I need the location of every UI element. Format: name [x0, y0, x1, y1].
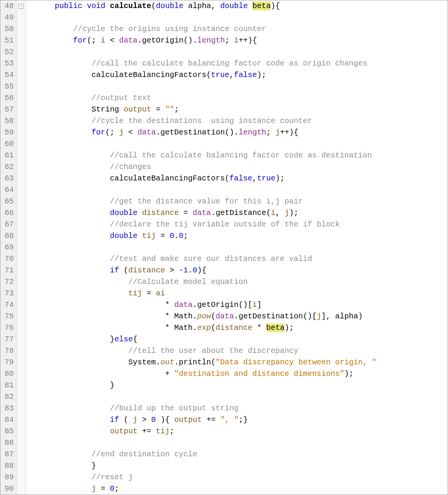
code-token: = [151, 105, 165, 114]
fold-cell [16, 242, 25, 253]
code-token [137, 231, 142, 240]
code-token: > [137, 415, 151, 424]
line-number-gutter: 4849505152535455565758596061626364656667… [0, 0, 16, 495]
code-line[interactable]: tij = ai [27, 288, 448, 299]
code-line[interactable]: //test and make sure our distances are v… [27, 253, 448, 265]
code-token [27, 116, 92, 125]
code-token: ); [257, 70, 266, 79]
code-token [27, 208, 110, 217]
code-line[interactable]: * data.getOrigin()[i] [27, 299, 448, 311]
line-number: 77 [2, 334, 14, 345]
code-line[interactable]: output += tij; [27, 426, 448, 437]
code-token: * Math. [27, 323, 197, 332]
code-line[interactable]: + "destination and distance dimensions")… [27, 368, 448, 380]
code-line[interactable]: //call the calculate balancing factor co… [27, 58, 448, 69]
code-line[interactable]: //end destination cycle [27, 449, 448, 460]
code-line[interactable]: for(; i < data.getOrigin().length; i++){ [27, 35, 448, 46]
code-line[interactable]: //call the calculate balancing factor co… [27, 150, 448, 161]
code-line[interactable]: //cycle the destinations using instance … [27, 115, 448, 127]
fold-cell [16, 92, 25, 104]
fold-cell [16, 380, 25, 391]
code-token: = [179, 208, 193, 217]
code-token: calculate [110, 2, 151, 10]
code-editor[interactable]: 4849505152535455565758596061626364656667… [0, 0, 448, 495]
code-line[interactable]: * Math.pow(data.getDestination()[j], alp… [27, 311, 448, 322]
code-line[interactable]: calculateBalancingFactors(false,true); [27, 173, 448, 184]
code-line[interactable]: * Math.exp(distance * beta); [27, 322, 448, 334]
code-token: data [216, 312, 234, 321]
code-token: ); [275, 174, 284, 183]
code-line[interactable] [27, 46, 448, 58]
code-line[interactable]: } [27, 460, 448, 472]
code-token: ; [266, 128, 275, 137]
code-token: //end destination cycle [92, 450, 197, 459]
code-line[interactable]: calculateBalancingFactors(true,false); [27, 69, 448, 81]
code-line[interactable] [27, 242, 448, 253]
fold-cell [16, 138, 25, 150]
code-token: < [124, 128, 137, 137]
code-line[interactable]: }else{ [27, 334, 448, 345]
code-line[interactable]: System.out.println("Data discrepancy bet… [27, 357, 448, 368]
code-token: j [133, 415, 137, 424]
code-token: length [239, 128, 266, 137]
code-token: length [197, 36, 225, 45]
code-line[interactable]: //build up the output string [27, 403, 448, 414]
code-token [27, 484, 92, 493]
code-line[interactable]: //Calculate model equation [27, 276, 448, 288]
code-token: 0.0 [170, 231, 183, 240]
code-token: true [211, 70, 229, 79]
code-line[interactable]: //get the distance value for this i,j pa… [27, 196, 448, 207]
code-token [27, 404, 110, 413]
code-line[interactable]: double distance = data.getDistance(i, j)… [27, 207, 448, 219]
code-token [82, 2, 87, 10]
code-token: + [27, 369, 174, 378]
code-token: out [160, 358, 174, 367]
code-line[interactable]: double tij = 0.0; [27, 230, 448, 242]
code-line[interactable]: if ( j > 0 ){ output += ", ";} [27, 414, 448, 426]
code-line[interactable]: for(; j < data.getDestination().length; … [27, 127, 448, 138]
code-line[interactable]: j = 0; [27, 483, 448, 495]
code-token: , [275, 208, 284, 217]
code-token: if [110, 415, 119, 424]
line-number: 58 [2, 115, 14, 127]
code-token: ; [225, 36, 234, 45]
code-token: j [284, 208, 289, 217]
code-token: //build up the output string [110, 404, 239, 413]
code-line[interactable]: //cycle the origins using instance count… [27, 23, 448, 35]
code-token: ( [211, 312, 216, 321]
code-line[interactable]: //changes [27, 161, 448, 173]
code-token: j [275, 128, 280, 137]
code-token: //output text [92, 93, 151, 102]
code-line[interactable]: String output = ""; [27, 104, 448, 115]
fold-cell [16, 357, 25, 368]
fold-cell [16, 58, 25, 69]
code-line[interactable]: public void calculate(double alpha, doub… [27, 0, 448, 12]
line-number: 85 [2, 426, 14, 437]
code-token: .getDistance( [211, 208, 271, 217]
code-token: //changes [110, 162, 151, 171]
code-line[interactable]: //reset j [27, 472, 448, 483]
code-token [27, 231, 110, 240]
code-line[interactable] [27, 391, 448, 403]
code-token: "" [165, 105, 174, 114]
code-token: ; [114, 484, 119, 493]
code-area[interactable]: public void calculate(double alpha, doub… [26, 0, 448, 495]
code-token: ; [170, 427, 174, 436]
code-line[interactable] [27, 81, 448, 92]
code-line[interactable]: //tell the user about the discrepancy [27, 345, 448, 357]
code-token: ); [344, 369, 353, 378]
fold-minus-icon[interactable]: − [18, 4, 23, 9]
code-line[interactable] [27, 138, 448, 150]
line-number: 62 [2, 161, 14, 173]
code-line[interactable]: if (distance > -1.0){ [27, 265, 448, 276]
code-line[interactable]: } [27, 380, 448, 391]
code-token: //call the calculate balancing factor co… [92, 59, 367, 68]
code-token: //cycle the origins using instance count… [73, 25, 266, 33]
code-line[interactable]: //declare the tij variable outside of th… [27, 219, 448, 230]
code-line[interactable]: //output text [27, 92, 448, 104]
code-line[interactable] [27, 12, 448, 23]
code-line[interactable] [27, 184, 448, 196]
code-line[interactable] [27, 437, 448, 449]
fold-cell [16, 391, 25, 403]
code-token [27, 220, 110, 229]
